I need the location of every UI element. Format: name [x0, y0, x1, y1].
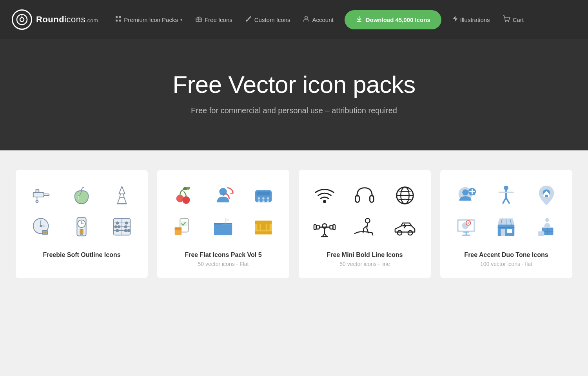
- chevron-icon: ▾: [180, 17, 183, 22]
- icon-add-person: [448, 182, 484, 209]
- svg-line-90: [364, 226, 367, 228]
- grid-icon: [115, 16, 122, 24]
- svg-rect-108: [545, 195, 548, 197]
- icon-cherry: [165, 182, 201, 209]
- main-nav: Premium Icon Packs ▾ Free Icons: [110, 10, 576, 29]
- card-icons: [24, 182, 140, 240]
- icon-weightlifting: [307, 213, 343, 240]
- hero-section: Free Vector icon packs Free for commerci…: [0, 39, 588, 150]
- svg-rect-62: [175, 227, 181, 235]
- nav-label-premium: Premium Icon Packs: [124, 16, 178, 23]
- card-free-mini-bold-line[interactable]: Free Mini Bold Line Icons 50 vector icon…: [299, 170, 431, 278]
- svg-rect-53: [256, 192, 270, 195]
- card-icons: [165, 182, 281, 240]
- nav-item-cart[interactable]: Cart: [497, 11, 529, 28]
- svg-rect-17: [36, 190, 39, 193]
- icon-clock-compass: [24, 213, 60, 240]
- svg-rect-26: [42, 231, 48, 235]
- icon-faucet: [24, 182, 60, 209]
- svg-point-59: [267, 201, 269, 203]
- svg-point-42: [114, 225, 117, 228]
- svg-point-48: [182, 196, 190, 204]
- card-title: Free Mini Bold Line Icons: [307, 251, 423, 258]
- card-free-accent-duo-tone[interactable]: Free Accent Duo Tone Icons 100 vector ic…: [440, 170, 572, 278]
- svg-point-127: [545, 218, 549, 222]
- icon-person-sync: [205, 182, 241, 209]
- nav-label-account: Account: [312, 16, 333, 23]
- logo-icon: [12, 9, 32, 30]
- cards-grid: Freebie Soft Outline Icons: [16, 170, 572, 278]
- nav-label-custom: Custom Icons: [254, 16, 290, 23]
- nav-item-free-icons[interactable]: Free Icons: [190, 11, 238, 28]
- svg-marker-65: [225, 219, 231, 222]
- card-subtitle: 50 vector icons - Flat: [165, 261, 281, 267]
- card-free-flat-vol5[interactable]: Free Flat Icons Pack Vol 5 50 vector ico…: [157, 170, 289, 278]
- svg-rect-6: [119, 20, 121, 22]
- icon-accessibility: [488, 182, 524, 209]
- gift-icon: [195, 15, 202, 24]
- svg-rect-63: [175, 228, 181, 230]
- svg-point-58: [262, 201, 265, 203]
- svg-rect-121: [507, 229, 512, 233]
- card-icons: [307, 182, 423, 240]
- svg-point-45: [124, 229, 127, 232]
- svg-line-93: [355, 233, 356, 233]
- icon-headphones: [347, 182, 383, 209]
- svg-point-50: [187, 187, 191, 189]
- download-button[interactable]: Download 45,000 Icons: [345, 10, 441, 29]
- nav-item-account[interactable]: Account: [297, 11, 339, 28]
- svg-point-51: [220, 188, 227, 195]
- svg-point-44: [116, 229, 119, 232]
- svg-point-40: [125, 221, 128, 224]
- svg-line-94: [372, 233, 373, 235]
- svg-rect-70: [261, 224, 266, 230]
- svg-rect-67: [255, 221, 272, 224]
- hero-subtitle: Free for commercial and personal use – a…: [8, 106, 580, 115]
- brush-icon: [245, 15, 252, 24]
- icon-shop: [488, 213, 524, 240]
- icon-location-home: [528, 182, 564, 209]
- svg-point-54: [258, 197, 260, 200]
- icon-grandfather-clock: [64, 213, 100, 240]
- svg-point-39: [116, 221, 119, 224]
- svg-rect-12: [357, 21, 361, 22]
- cart-icon: [503, 15, 510, 24]
- icon-treadmill: [347, 213, 383, 240]
- svg-rect-5: [116, 20, 118, 22]
- icon-wifi: [307, 182, 343, 209]
- icon-checkbox-phone: [165, 213, 201, 240]
- svg-point-57: [258, 201, 260, 203]
- svg-point-10: [246, 20, 247, 22]
- card-subtitle: 50 vector icons - line: [307, 261, 423, 267]
- download-button-label: Download 45,000 Icons: [366, 16, 430, 23]
- svg-point-14: [508, 21, 509, 22]
- svg-line-105: [503, 198, 506, 203]
- svg-point-18: [36, 201, 38, 203]
- icon-globe: [387, 182, 423, 209]
- svg-rect-119: [498, 227, 515, 228]
- svg-rect-120: [501, 229, 506, 236]
- svg-point-56: [267, 197, 269, 200]
- svg-rect-69: [257, 224, 260, 230]
- logo-text: Roundicons.com: [36, 14, 98, 25]
- nav-item-custom-icons[interactable]: Custom Icons: [240, 11, 296, 28]
- nav-label-free: Free Icons: [205, 16, 232, 23]
- svg-point-46: [127, 229, 130, 232]
- svg-point-98: [462, 190, 468, 195]
- card-title: Free Flat Icons Pack Vol 5: [165, 251, 281, 258]
- svg-point-72: [323, 200, 326, 203]
- svg-point-55: [262, 197, 265, 200]
- nav-item-illustrations[interactable]: Illustrations: [447, 11, 495, 28]
- hero-title: Free Vector icon packs: [8, 70, 580, 98]
- icon-eiffel-tower: [104, 182, 140, 209]
- nav-label-illustrations: Illustrations: [460, 16, 490, 23]
- main-header: Roundicons.com Premium Icon Packs ▾: [0, 0, 588, 39]
- svg-rect-81: [330, 225, 333, 229]
- nav-item-premium-icon-packs[interactable]: Premium Icon Packs ▾: [110, 12, 188, 27]
- download-icon: [356, 16, 363, 24]
- icon-telephone: [245, 182, 281, 209]
- logo[interactable]: Roundicons.com: [12, 9, 98, 30]
- card-freebie-soft-outline[interactable]: Freebie Soft Outline Icons: [16, 170, 148, 278]
- svg-point-88: [365, 219, 370, 223]
- icon-film-roll: [245, 213, 281, 240]
